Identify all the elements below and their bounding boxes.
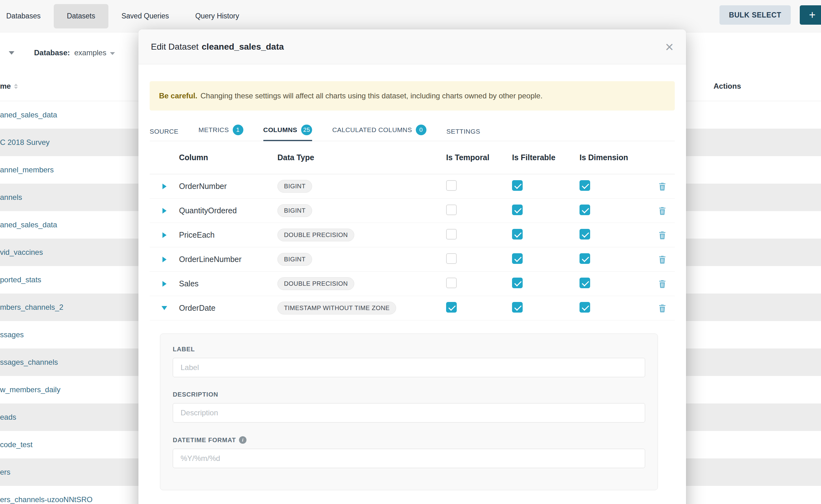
is-filterable-checkbox[interactable] [512, 278, 523, 288]
screen: Databases Datasets Saved Queries Query H… [0, 0, 821, 504]
chevron-down-icon[interactable] [9, 51, 14, 55]
is-filterable-checkbox[interactable] [512, 302, 523, 313]
expand-caret-icon[interactable] [162, 281, 166, 287]
header-is-dimension: Is Dimension [580, 153, 650, 162]
info-icon[interactable]: i [239, 436, 246, 444]
database-filter-label: Database: [34, 48, 70, 57]
is-filterable-checkbox[interactable] [512, 253, 523, 264]
dataset-link[interactable]: ported_stats [0, 275, 41, 284]
dataset-link[interactable]: ssages [0, 330, 24, 339]
column-detail-panel: LABEL DESCRIPTION DATETIME FORMAT i [160, 334, 658, 490]
nav-tabs: Databases Datasets Saved Queries Query H… [0, 0, 821, 32]
nav-actions: BULK SELECT + [720, 5, 821, 25]
description-field-label: DESCRIPTION [173, 391, 645, 398]
is-dimension-checkbox[interactable] [580, 253, 590, 264]
collapse-caret-icon[interactable] [161, 306, 167, 310]
nav-tab-query-history[interactable]: Query History [182, 4, 252, 28]
dataset-link[interactable]: w_members_daily [0, 385, 60, 394]
warning-banner-text: Changing these settings will affect all … [200, 91, 543, 100]
delete-column-icon[interactable] [658, 255, 667, 264]
data-type-pill: DOUBLE PRECISION [277, 229, 354, 241]
tab-source[interactable]: SOURCE [150, 128, 178, 141]
tab-label: CALCULATED COLUMNS [332, 126, 412, 134]
expand-caret-icon[interactable] [162, 232, 166, 238]
column-row: PriceEach DOUBLE PRECISION [150, 223, 675, 247]
column-name: OrderNumber [179, 182, 277, 191]
dataset-link[interactable]: aned_sales_data [0, 111, 57, 119]
expand-caret-icon[interactable] [162, 257, 166, 262]
nav-tab-datasets[interactable]: Datasets [54, 4, 108, 28]
chevron-down-icon[interactable] [110, 52, 115, 55]
add-dataset-button[interactable]: + [800, 5, 821, 25]
label-field-label: LABEL [173, 346, 645, 353]
is-filterable-checkbox[interactable] [512, 205, 523, 215]
tab-columns[interactable]: COLUMNS 25 [263, 125, 312, 141]
delete-column-icon[interactable] [658, 182, 667, 191]
delete-column-icon[interactable] [658, 279, 667, 289]
is-temporal-checkbox[interactable] [446, 180, 457, 191]
modal-title: Edit Dataset cleaned_sales_data [151, 42, 284, 52]
column-row: OrderDate TIMESTAMP WITHOUT TIME ZONE [150, 296, 675, 320]
dataset-link[interactable]: annel_members [0, 166, 54, 174]
database-filter[interactable]: Database: examples [34, 46, 115, 60]
column-row: OrderLineNumber BIGINT [150, 247, 675, 272]
delete-column-icon[interactable] [658, 304, 667, 313]
nav-tab-databases[interactable]: Databases [0, 4, 54, 28]
column-name: OrderLineNumber [179, 255, 277, 264]
tab-calculated-columns[interactable]: CALCULATED COLUMNS 0 [332, 125, 426, 141]
modal-header: Edit Dataset cleaned_sales_data × [138, 29, 686, 64]
delete-column-icon[interactable] [658, 230, 667, 240]
modal-title-dataset-name: cleaned_sales_data [202, 42, 284, 52]
expand-caret-icon[interactable] [162, 184, 166, 189]
datetime-format-input[interactable] [173, 449, 645, 468]
data-type-pill: BIGINT [277, 253, 312, 266]
is-temporal-checkbox[interactable] [446, 205, 457, 215]
tab-label: SOURCE [150, 128, 178, 135]
datetime-format-label-text: DATETIME FORMAT [173, 437, 236, 444]
dataset-link[interactable]: ssages_channels [0, 358, 58, 366]
is-temporal-checkbox[interactable] [446, 302, 457, 313]
dataset-link[interactable]: mbers_channels_2 [0, 303, 63, 311]
header-data-type: Data Type [277, 153, 446, 162]
description-input[interactable] [173, 403, 645, 422]
dataset-link[interactable]: vid_vaccines [0, 248, 43, 256]
is-dimension-checkbox[interactable] [580, 302, 590, 313]
name-column-header[interactable]: me [0, 82, 18, 91]
close-icon[interactable]: × [665, 40, 674, 54]
warning-banner: Be careful. Changing these settings will… [150, 81, 675, 111]
modal-tabs: SOURCE METRICS 1 COLUMNS 25 CALCULATED C… [150, 122, 675, 141]
tab-label: SETTINGS [447, 128, 480, 135]
bulk-select-button[interactable]: BULK SELECT [720, 5, 791, 25]
count-badge: 1 [233, 125, 243, 135]
is-filterable-checkbox[interactable] [512, 229, 523, 240]
is-dimension-checkbox[interactable] [580, 205, 590, 215]
database-filter-value[interactable]: examples [74, 48, 106, 57]
dataset-link[interactable]: C 2018 Survey [0, 138, 50, 146]
is-temporal-checkbox[interactable] [446, 229, 457, 240]
tab-metrics[interactable]: METRICS 1 [198, 125, 243, 141]
header-is-temporal: Is Temporal [446, 153, 512, 162]
warning-banner-title: Be careful. [159, 91, 197, 100]
nav-tab-saved-queries[interactable]: Saved Queries [108, 4, 182, 28]
is-dimension-checkbox[interactable] [580, 278, 590, 288]
dataset-link[interactable]: code_test [0, 440, 32, 449]
sort-icon[interactable] [14, 84, 18, 89]
is-temporal-checkbox[interactable] [446, 253, 457, 264]
delete-column-icon[interactable] [658, 206, 667, 215]
dataset-link[interactable]: annels [0, 193, 22, 201]
dataset-link[interactable]: eads [0, 413, 16, 421]
is-dimension-checkbox[interactable] [580, 229, 590, 240]
dataset-link[interactable]: aned_sales_data [0, 220, 57, 229]
label-input[interactable] [173, 358, 645, 377]
dataset-link[interactable]: ers_channels-uzooNNtSRO [0, 495, 92, 504]
is-dimension-checkbox[interactable] [580, 180, 590, 191]
tab-settings[interactable]: SETTINGS [447, 128, 480, 141]
expand-caret-icon[interactable] [162, 208, 166, 214]
is-temporal-checkbox[interactable] [446, 278, 457, 288]
column-name: Sales [179, 279, 277, 288]
is-filterable-checkbox[interactable] [512, 180, 523, 191]
dataset-link[interactable]: ers [0, 468, 10, 476]
data-type-pill: BIGINT [277, 204, 312, 217]
column-row: QuantityOrdered BIGINT [150, 199, 675, 223]
tab-label: COLUMNS [263, 126, 297, 134]
